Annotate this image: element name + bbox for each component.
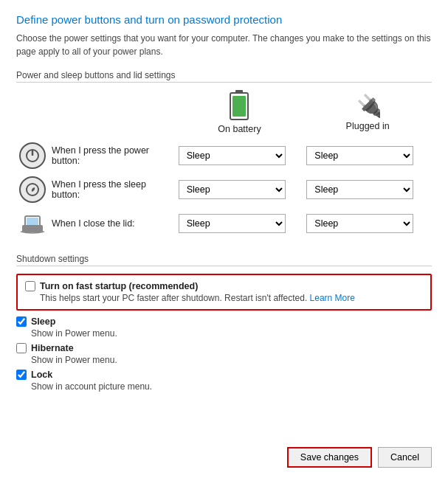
fast-startup-label[interactable]: Turn on fast startup (recommended): [40, 281, 198, 291]
table-row: When I press the power button: Do nothin…: [16, 139, 432, 173]
sleep-option-block: Sleep Show in Power menu.: [16, 316, 432, 339]
on-battery-label: On battery: [218, 124, 261, 134]
sleep-icon: [19, 176, 46, 203]
sleep-button-label-cell: When I press the sleep button:: [19, 176, 173, 203]
shutdown-section: Shutdown settings Turn on fast startup (…: [16, 254, 432, 438]
table-row: When I close the lid: Do nothing Sleep H…: [16, 207, 432, 240]
power-button-label: When I press the power button:: [52, 145, 173, 166]
svg-rect-2: [232, 96, 246, 117]
sleep-option-row: Sleep: [16, 316, 432, 327]
lock-option-block: Lock Show in account picture menu.: [16, 370, 432, 392]
cancel-button[interactable]: Cancel: [378, 447, 432, 468]
battery-icon: [229, 90, 249, 121]
sleep-button-label: When I press the sleep button:: [52, 179, 173, 200]
lid-on-battery-select[interactable]: Do nothing Sleep Hibernate Shut down: [179, 214, 286, 233]
page-description: Choose the power settings that you want …: [16, 32, 432, 58]
lid-plugged-in-select[interactable]: Do nothing Sleep Hibernate Shut down: [306, 214, 413, 233]
lid-label: When I close the lid:: [52, 218, 135, 229]
lid-label-cell: When I close the lid:: [19, 210, 173, 237]
shutdown-section-header: Shutdown settings: [16, 254, 432, 266]
power-button-label-cell: When I press the power button:: [19, 142, 173, 169]
sleep-option-label[interactable]: Sleep: [31, 316, 55, 327]
hibernate-option-sublabel: Show in Power menu.: [31, 355, 432, 365]
sleep-button-plugged-in-select[interactable]: Do nothing Sleep Hibernate Shut down: [306, 180, 413, 199]
on-battery-header: On battery: [176, 90, 304, 134]
hibernate-option-row: Hibernate: [16, 343, 432, 353]
learn-more-link[interactable]: Learn More: [310, 293, 355, 303]
plugged-in-header: 🔌 Plugged in: [303, 93, 432, 131]
fast-startup-description: This helps start your PC faster after sh…: [40, 293, 307, 303]
plugged-in-label: Plugged in: [346, 121, 390, 131]
page-title: Define power buttons and turn on passwor…: [16, 13, 432, 26]
power-button-plugged-in-select[interactable]: Do nothing Sleep Hibernate Shut down: [306, 146, 413, 165]
sleep-option-sublabel: Show in Power menu.: [31, 328, 432, 339]
sleep-button-on-battery-select[interactable]: Do nothing Sleep Hibernate Shut down: [179, 180, 286, 199]
power-settings-table: On battery 🔌 Plugged in: [16, 90, 432, 240]
save-button[interactable]: Save changes: [287, 447, 372, 468]
lid-icon: [19, 210, 46, 237]
footer: Save changes Cancel: [16, 438, 432, 468]
hibernate-checkbox[interactable]: [16, 343, 27, 353]
buttons-section-header: Power and sleep buttons and lid settings: [16, 70, 432, 83]
table-row: When I press the sleep button: Do nothin…: [16, 173, 432, 207]
svg-text:🔌: 🔌: [356, 93, 380, 118]
lock-option-label[interactable]: Lock: [31, 370, 52, 380]
power-button-on-battery-select[interactable]: Do nothing Sleep Hibernate Shut down: [179, 146, 286, 165]
fast-startup-desc: This helps start your PC faster after sh…: [40, 293, 423, 303]
hibernate-option-label[interactable]: Hibernate: [31, 343, 74, 353]
hibernate-option-block: Hibernate Show in Power menu.: [16, 343, 432, 365]
lock-option-sublabel: Show in account picture menu.: [31, 381, 432, 392]
plugged-in-icon: 🔌: [355, 93, 380, 118]
lock-checkbox[interactable]: [16, 370, 27, 380]
power-icon: [19, 142, 46, 169]
fast-startup-row: Turn on fast startup (recommended): [25, 281, 423, 291]
fast-startup-box: Turn on fast startup (recommended) This …: [16, 274, 432, 311]
fast-startup-checkbox[interactable]: [25, 281, 35, 291]
svg-rect-9: [27, 218, 38, 225]
sleep-checkbox[interactable]: [16, 316, 27, 327]
lock-option-row: Lock: [16, 370, 432, 380]
